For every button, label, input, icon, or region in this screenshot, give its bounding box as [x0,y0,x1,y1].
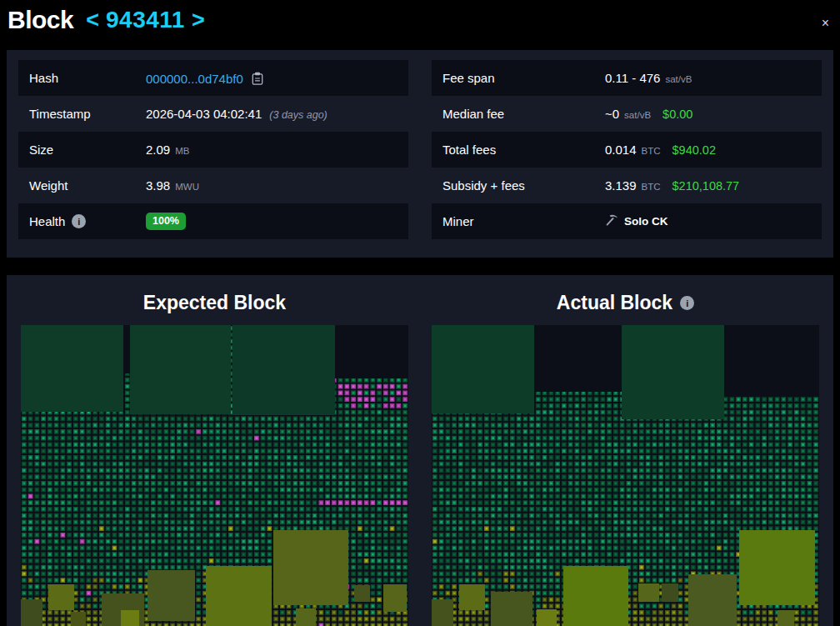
row-label: Size [29,143,146,157]
block-visualization-panel: Expected Block Actual Block i [7,275,833,626]
row-label-text: Median fee [442,107,504,121]
miner-link[interactable]: Solo CK [605,213,668,229]
row-label-text: Timestamp [29,107,91,121]
close-icon[interactable]: × [822,17,829,30]
expected-block-viz[interactable] [21,325,408,626]
next-block-button[interactable]: > [190,9,207,32]
row-label: Total fees [442,143,605,157]
row-label-text: Health [29,214,65,228]
value-unit: MWU [175,182,199,192]
pickaxe-icon [605,213,618,229]
page-title: Block [8,6,73,34]
row-value: 000000...0d74bf0 [146,70,263,86]
row-label: Timestamp [29,107,146,121]
value-unit: BTC [642,182,661,192]
row-value: 3.98MWU [146,178,199,193]
row-value: 0.014BTC$940.02 [605,143,716,157]
block-details-panel: Hash000000...0d74bf0Timestamp2026-04-03 … [7,50,833,258]
block-header: Block < 943411 > × [0,0,840,40]
row-value: ~0sat/vB$0.00 [605,107,692,121]
block-height: 943411 [106,7,185,33]
row-value: 2026-04-03 04:02:41(3 days ago) [146,107,328,121]
detail-row: Median fee~0sat/vB$0.00 [432,96,822,132]
row-label: Healthi [29,214,146,228]
row-label: Weight [29,178,146,193]
detail-row: MinerSolo CK [432,203,822,239]
block-details-table-right: Fee span0.11 - 476sat/vBMedian fee~0sat/… [432,60,822,239]
info-icon[interactable]: i [72,214,86,228]
expected-block-title: Expected Block [21,292,408,314]
detail-row: Subsidy + fees3.139BTC$210,108.77 [432,168,822,203]
row-value: Solo CK [605,213,668,229]
actual-block-viz[interactable] [432,325,819,626]
detail-row: Hash000000...0d74bf0 [18,60,408,96]
row-label: Median fee [442,107,605,121]
value-unit: sat/vB [665,74,692,84]
row-value-text: 2026-04-03 04:02:41 [146,107,262,121]
row-label: Fee span [442,71,605,85]
row-value-text: 3.139 [605,178,637,193]
row-label-text: Weight [29,178,68,193]
info-icon[interactable]: i [680,296,694,310]
row-value-text: 0.11 - 476 [605,71,660,85]
relative-time: (3 days ago) [269,109,327,121]
row-value: 2.09MB [146,143,189,157]
row-label-text: Total fees [442,143,496,157]
miner-name: Solo CK [624,215,668,228]
usd-value: $0.00 [662,108,692,121]
detail-row: Fee span0.11 - 476sat/vB [432,60,822,96]
row-label-text: Miner [442,214,474,228]
expected-block-title-text: Expected Block [143,292,286,314]
row-label-text: Subsidy + fees [442,178,525,193]
clipboard-icon[interactable] [252,72,263,85]
row-label: Hash [29,71,146,85]
row-label-text: Size [29,143,53,157]
row-value-text: 0.014 [605,143,637,157]
detail-row: Healthi100% [18,203,408,239]
detail-row: Timestamp2026-04-03 04:02:41(3 days ago) [18,96,408,132]
row-value-text: ~0 [605,107,619,121]
row-value-text: 3.98 [146,178,170,193]
actual-block-title-text: Actual Block [557,292,672,314]
usd-value: $940.02 [672,143,716,157]
value-unit: BTC [642,146,661,156]
row-label: Miner [442,214,605,228]
health-badge: 100% [146,213,186,230]
hash-link[interactable]: 000000...0d74bf0 [146,72,243,86]
row-value: 100% [146,213,186,230]
actual-block-title: Actual Block i [432,292,819,314]
value-unit: MB [175,146,189,156]
row-label-text: Hash [29,71,58,85]
row-value-text: 2.09 [146,143,170,157]
detail-row: Size2.09MB [18,132,408,168]
usd-value: $210,108.77 [672,179,740,193]
row-label-text: Fee span [442,71,495,85]
row-label: Subsidy + fees [442,178,605,193]
value-unit: sat/vB [624,110,651,120]
block-details-table-left: Hash000000...0d74bf0Timestamp2026-04-03 … [18,60,408,239]
detail-row: Weight3.98MWU [18,168,408,203]
row-value: 3.139BTC$210,108.77 [605,178,739,193]
prev-block-button[interactable]: < [84,9,101,32]
row-value: 0.11 - 476sat/vB [605,71,692,85]
detail-row: Total fees0.014BTC$940.02 [432,132,822,168]
